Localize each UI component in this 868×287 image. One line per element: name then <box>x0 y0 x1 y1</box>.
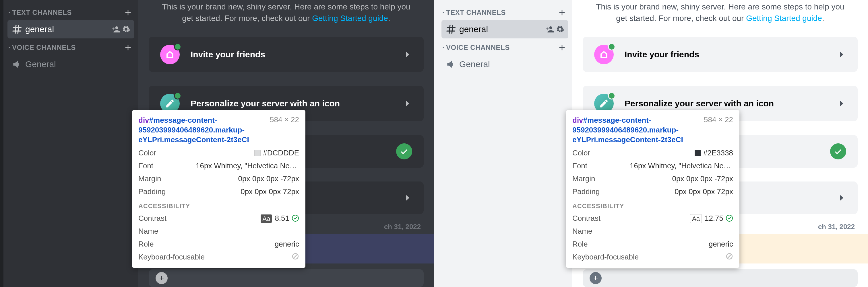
message-composer[interactable] <box>583 269 858 287</box>
voice-channels-label: VOICE CHANNELS <box>12 44 76 51</box>
onboarding-invite-card[interactable]: Invite your friends <box>149 37 424 72</box>
gear-icon[interactable] <box>122 25 130 34</box>
not-applicable-icon <box>725 253 733 260</box>
attach-button[interactable] <box>590 272 601 284</box>
devtools-inspector-tooltip: div#message-content-959203999406489620.m… <box>566 110 739 268</box>
add-text-channel-button[interactable] <box>123 8 133 17</box>
plus-badge <box>608 43 615 50</box>
chevron-down-icon <box>7 11 11 14</box>
card-title: Personalize your server with an icon <box>625 99 836 108</box>
message-composer[interactable] <box>149 269 424 287</box>
channel-general-text[interactable]: general <box>441 20 568 38</box>
getting-started-link[interactable]: Getting Started guide <box>746 14 822 23</box>
check-complete-icon <box>396 143 412 159</box>
main-content: This is your brand new, shiny server. He… <box>138 0 434 287</box>
voice-channels-label: VOICE CHANNELS <box>446 44 510 51</box>
plus-badge <box>174 92 181 100</box>
inspector-dimensions: 584 × 22 <box>270 115 299 124</box>
card-title: Personalize your server with an icon <box>191 99 402 108</box>
channel-sidebar: TEXT CHANNELS general VOICE CHANNELS Gen… <box>437 0 572 287</box>
text-channels-category[interactable]: TEXT CHANNELS <box>7 4 134 20</box>
plus-badge <box>608 92 615 100</box>
devtools-inspector-tooltip: div#message-content-959203999406489620.m… <box>132 110 305 268</box>
voice-channels-category[interactable]: VOICE CHANNELS <box>441 39 568 55</box>
chevron-right-icon <box>402 49 412 59</box>
text-channels-category[interactable]: TEXT CHANNELS <box>441 4 568 20</box>
chevron-right-icon <box>836 193 846 203</box>
accessibility-section: ACCESSIBILITY <box>138 203 299 210</box>
channel-general-text[interactable]: general <box>7 20 134 38</box>
main-content: This is your brand new, shiny server. He… <box>572 0 868 287</box>
not-applicable-icon <box>291 253 299 260</box>
chevron-right-icon <box>836 49 846 59</box>
guild-strip <box>434 0 437 287</box>
speaker-icon <box>445 59 456 70</box>
channel-sidebar: TEXT CHANNELS general VOICE CHANNELS Gen… <box>3 0 138 287</box>
attach-button[interactable] <box>156 272 167 284</box>
gear-icon[interactable] <box>556 25 564 34</box>
accessibility-section: ACCESSIBILITY <box>572 203 733 210</box>
create-invite-icon[interactable] <box>112 25 120 34</box>
welcome-intro: This is your brand new, shiny server. He… <box>149 0 424 30</box>
chevron-down-icon <box>441 45 445 49</box>
check-ok-icon <box>725 214 733 222</box>
add-text-channel-button[interactable] <box>557 8 567 17</box>
create-invite-icon[interactable] <box>546 25 554 34</box>
add-voice-channel-button[interactable] <box>557 43 567 52</box>
channel-general-voice[interactable]: General <box>7 55 134 73</box>
dark-theme-variant: TEXT CHANNELS general VOICE CHANNELS Gen… <box>0 0 434 287</box>
invite-icon <box>160 45 180 64</box>
check-ok-icon <box>291 214 299 222</box>
chevron-right-icon <box>402 193 412 203</box>
getting-started-link[interactable]: Getting Started guide <box>312 14 388 23</box>
add-voice-channel-button[interactable] <box>123 43 133 52</box>
channel-name: General <box>459 59 564 69</box>
chevron-right-icon <box>402 99 412 108</box>
check-complete-icon <box>830 143 846 159</box>
channel-name: general <box>25 24 112 34</box>
hash-icon <box>11 24 22 35</box>
invite-icon <box>594 45 614 64</box>
voice-channels-category[interactable]: VOICE CHANNELS <box>7 39 134 55</box>
text-channels-label: TEXT CHANNELS <box>12 9 72 16</box>
guild-strip <box>0 0 3 287</box>
inspector-dimensions: 584 × 22 <box>704 115 733 124</box>
channel-name: general <box>459 24 546 34</box>
chevron-down-icon <box>7 45 11 49</box>
welcome-intro: This is your brand new, shiny server. He… <box>583 0 858 30</box>
card-title: Invite your friends <box>191 49 402 59</box>
light-theme-variant: TEXT CHANNELS general VOICE CHANNELS Gen… <box>434 0 868 287</box>
plus-badge <box>174 43 181 50</box>
channel-general-voice[interactable]: General <box>441 55 568 73</box>
channel-name: General <box>25 59 130 69</box>
text-channels-label: TEXT CHANNELS <box>446 9 506 16</box>
card-title: Invite your friends <box>625 49 836 59</box>
hash-icon <box>445 24 456 35</box>
onboarding-invite-card[interactable]: Invite your friends <box>583 37 858 72</box>
chevron-right-icon <box>836 99 846 108</box>
chevron-down-icon <box>441 11 445 14</box>
speaker-icon <box>11 59 22 70</box>
